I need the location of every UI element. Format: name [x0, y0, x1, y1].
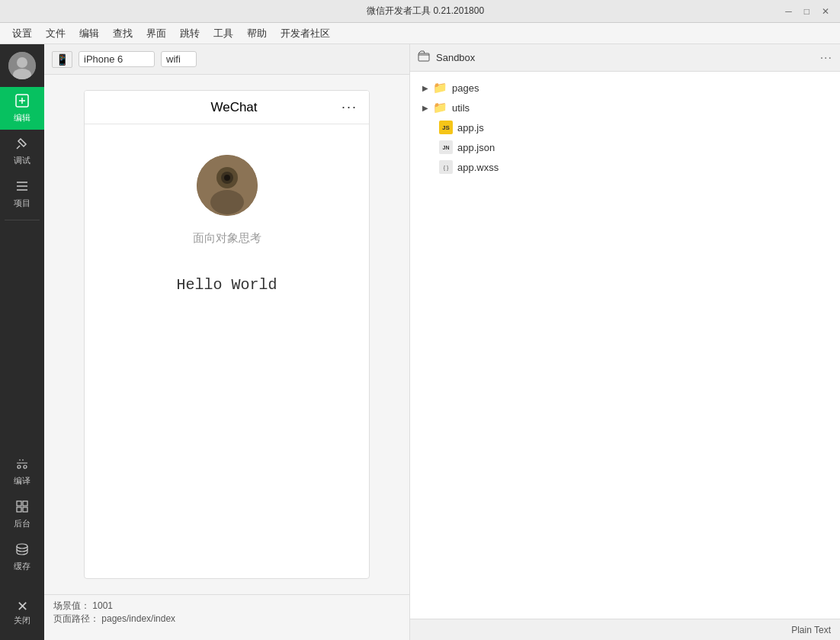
- file-tree-body: ▶ 📁 pages ▶ 📁 utils JS app.js JN app.jso…: [410, 72, 840, 619]
- menu-item-查找[interactable]: 查找: [107, 24, 139, 43]
- sidebar-debug-label: 调试: [14, 155, 30, 166]
- file-name-utils: utils: [452, 102, 470, 114]
- svg-rect-8: [17, 507, 21, 512]
- svg-rect-6: [17, 501, 21, 506]
- sidebar-item-close[interactable]: ✕ 关闭: [0, 593, 44, 632]
- title-bar-title: 微信开发者工具 0.21.201800: [69, 5, 782, 18]
- file-tree-menu-button[interactable]: ···: [820, 51, 832, 65]
- phone-nav-more-button[interactable]: ···: [341, 99, 357, 115]
- sidebar-cache-label: 缓存: [14, 561, 30, 572]
- sidebar-close-icon: ✕: [17, 600, 28, 613]
- phone-hello-text: Hello World: [176, 276, 277, 294]
- sidebar-item-backend[interactable]: 后台: [0, 493, 44, 535]
- menu-item-工具[interactable]: 工具: [207, 24, 239, 43]
- svg-point-5: [24, 465, 27, 468]
- svg-point-10: [17, 544, 27, 548]
- js-icon: JS: [439, 121, 453, 134]
- menu-item-文件[interactable]: 文件: [40, 24, 72, 43]
- svg-point-4: [18, 465, 21, 468]
- compile-icon: [14, 456, 30, 474]
- scene-value: 1001: [92, 600, 113, 611]
- simulator-area: 📱 iPhone 6 iPhone 5 iPhone X wifi 4G 3G: [44, 44, 410, 640]
- file-item-utils[interactable]: ▶ 📁 utils: [410, 98, 840, 117]
- sidebar-backend-label: 后台: [14, 518, 30, 529]
- phone-screen: WeChat ··· 面向对象: [84, 90, 370, 579]
- menu-item-设置[interactable]: 设置: [6, 24, 38, 43]
- sidebar: 编辑 调试 项目: [0, 44, 44, 640]
- file-item-pages[interactable]: ▶ 📁 pages: [410, 78, 840, 98]
- file-name-pages: pages: [452, 82, 479, 94]
- cache-icon: [14, 542, 30, 559]
- maximize-button[interactable]: □: [801, 5, 813, 18]
- menu-item-帮助[interactable]: 帮助: [241, 24, 273, 43]
- sidebar-item-debug[interactable]: 调试: [0, 130, 44, 172]
- simulator-toolbar: 📱 iPhone 6 iPhone 5 iPhone X wifi 4G 3G: [44, 44, 409, 75]
- folder-arrow-pages: ▶: [422, 84, 428, 92]
- json-icon: JN: [439, 140, 453, 154]
- sidebar-compile-label: 编译: [14, 475, 30, 487]
- debug-icon: [14, 136, 30, 153]
- phone-frame: WeChat ··· 面向对象: [44, 75, 409, 594]
- phone-content: 面向对象思考 Hello World: [85, 124, 369, 578]
- menu-item-开发者社区[interactable]: 开发者社区: [274, 24, 336, 43]
- file-tree-title: Sandbox: [436, 52, 814, 63]
- main-content: 编辑 调试 项目: [0, 44, 840, 640]
- folder-arrow-utils: ▶: [422, 104, 428, 112]
- sidebar-item-compile[interactable]: 编译: [0, 450, 44, 493]
- title-bar: 微信开发者工具 0.21.201800 ─ □ ✕: [0, 0, 840, 23]
- sidebar-divider: [5, 220, 40, 220]
- menu-item-编辑[interactable]: 编辑: [73, 24, 105, 43]
- phone-nav-title: WeChat: [210, 100, 257, 115]
- sidebar-item-cache[interactable]: 缓存: [0, 535, 44, 578]
- wxss-icon: { }: [439, 160, 453, 174]
- svg-point-15: [224, 175, 230, 181]
- device-icon: 📱: [52, 51, 72, 68]
- svg-rect-7: [23, 501, 27, 506]
- file-name-appjson: app.json: [457, 142, 495, 153]
- file-name-appwxss: app.wxss: [457, 162, 499, 173]
- right-panel: Sandbox ··· ▶ 📁 pages ▶ 📁 utils JS app.j…: [410, 44, 840, 640]
- file-item-appjson[interactable]: JN app.json: [410, 137, 840, 157]
- sidebar-edit-label: 编辑: [14, 112, 30, 124]
- project-icon: [14, 178, 30, 196]
- network-select[interactable]: wifi 4G 3G: [161, 51, 197, 67]
- edit-icon: [14, 93, 30, 111]
- sidebar-close-label: 关闭: [14, 615, 30, 626]
- menu-item-跳转[interactable]: 跳转: [174, 24, 206, 43]
- sidebar-project-label: 项目: [14, 198, 30, 209]
- close-button[interactable]: ✕: [819, 5, 832, 18]
- phone-avatar: [197, 155, 258, 216]
- phone-nav-bar: WeChat ···: [85, 91, 369, 124]
- svg-rect-9: [23, 507, 27, 512]
- menu-item-界面[interactable]: 界面: [140, 24, 172, 43]
- status-bar: Plain Text: [410, 619, 840, 640]
- scene-label: 场景值：: [53, 600, 90, 611]
- file-item-appjs[interactable]: JS app.js: [410, 117, 840, 137]
- svg-point-1: [17, 57, 27, 68]
- file-tree-header: Sandbox ···: [410, 44, 840, 72]
- sidebar-item-edit[interactable]: 编辑: [0, 87, 44, 130]
- sidebar-bottom: 编译 后台: [0, 450, 44, 640]
- plain-text-label: Plain Text: [791, 625, 831, 635]
- device-select[interactable]: iPhone 6 iPhone 5 iPhone X: [79, 51, 155, 67]
- folder-icon-pages: 📁: [433, 81, 447, 95]
- menu-bar: 设置文件编辑查找界面跳转工具帮助开发者社区: [0, 23, 840, 44]
- phone-username: 面向对象思考: [193, 231, 261, 246]
- minimize-button[interactable]: ─: [782, 5, 795, 18]
- file-tree-icon: [418, 50, 430, 65]
- simulator-status: 场景值： 1001 页面路径： pages/index/index: [44, 594, 409, 640]
- path-label: 页面路径：: [53, 613, 99, 624]
- path-value: pages/index/index: [101, 613, 175, 624]
- sidebar-item-project[interactable]: 项目: [0, 172, 44, 215]
- window-controls: ─ □ ✕: [782, 5, 832, 18]
- folder-icon-utils: 📁: [433, 101, 447, 114]
- file-item-appwxss[interactable]: { } app.wxss: [410, 157, 840, 177]
- backend-icon: [14, 499, 30, 516]
- avatar: [8, 52, 36, 79]
- svg-point-13: [210, 190, 244, 214]
- file-name-appjs: app.js: [457, 122, 484, 133]
